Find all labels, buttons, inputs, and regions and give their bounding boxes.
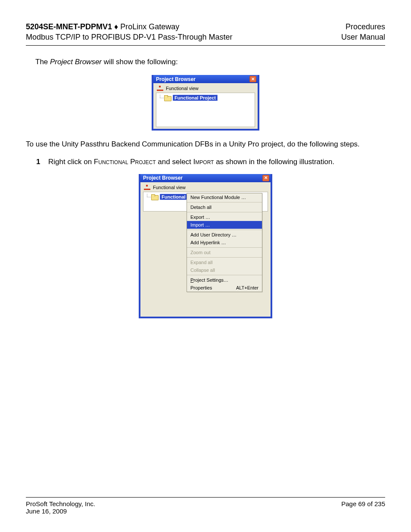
header-doc-type: User Manual	[341, 32, 385, 42]
header-divider	[26, 45, 385, 46]
titlebar-1[interactable]: Project Browser ✕	[153, 75, 258, 83]
tree-root-1[interactable]: Functional view	[156, 85, 255, 93]
menu-separator	[187, 275, 262, 275]
header-product-rest: ProLinx Gateway	[120, 22, 179, 31]
instruction-paragraph: To use the Unity Passthru Backend Commun…	[26, 139, 385, 150]
menu-import[interactable]: Import …	[187, 221, 262, 229]
tree-root-2-label: Functional view	[153, 185, 186, 190]
folder-icon	[151, 194, 158, 199]
header-section: Procedures	[341, 22, 385, 32]
titlebar-2-title: Project Browser	[143, 175, 183, 181]
context-menu: New Functional Module … Detach all Expor…	[187, 193, 262, 292]
step-number: 1	[36, 158, 43, 166]
tree-item-label-1: Functional Project	[173, 95, 218, 101]
step-1: 1 Right click on Functional Project and …	[36, 158, 385, 166]
menu-project-settings[interactable]: Project Settings…	[187, 276, 262, 284]
close-icon[interactable]: ✕	[249, 76, 256, 82]
menu-separator	[187, 230, 262, 230]
step-text: Right click on Functional Project and se…	[48, 158, 334, 166]
header-left: 5204SE-MNET-PDPMV1 ♦ ProLinx Gateway Mod…	[26, 22, 233, 43]
header-product: 5204SE-MNET-PDPMV1	[26, 22, 112, 31]
tree-item-functional-project-1[interactable]: Functional Project	[158, 95, 253, 101]
titlebar-2[interactable]: Project Browser ✕	[140, 174, 271, 182]
close-icon[interactable]: ✕	[262, 175, 269, 181]
menu-add-user-directory[interactable]: Add User Directory …	[187, 231, 262, 239]
header-separator: ♦	[114, 22, 118, 31]
functional-view-icon	[157, 86, 163, 91]
menu-properties-accel: ALT+Enter	[236, 285, 258, 290]
menu-expand-all: Expand all	[187, 258, 262, 266]
menu-add-hyperlink[interactable]: Add Hyperlink …	[187, 239, 262, 246]
footer-left: ProSoft Technology, Inc. June 16, 2009	[26, 500, 95, 515]
project-browser-window-1: Project Browser ✕ Functional view Functi…	[152, 75, 259, 131]
menu-separator	[187, 212, 262, 212]
menu-export[interactable]: Export …	[187, 213, 262, 221]
header-right: Procedures User Manual	[341, 22, 385, 43]
footer-company: ProSoft Technology, Inc.	[26, 500, 95, 507]
menu-properties[interactable]: Properties ALT+Enter	[187, 284, 262, 292]
intro-italic: Project Browser	[50, 58, 102, 66]
header-subtitle: Modbus TCP/IP to PROFIBUS DP-V1 Pass-Thr…	[26, 32, 233, 42]
step-bold-2: Import	[193, 158, 214, 166]
menu-collapse-all: Collapse all	[187, 266, 262, 274]
menu-new-functional-module[interactable]: New Functional Module …	[187, 193, 262, 201]
footer-page-number: Page 69 of 235	[341, 500, 385, 515]
step-bold-1: Functional Project	[94, 158, 156, 166]
menu-separator	[187, 202, 262, 202]
tree-root-1-label: Functional view	[166, 86, 199, 91]
project-browser-window-2: Project Browser ✕ Functional view Functi…	[139, 174, 272, 318]
folder-icon	[164, 95, 171, 100]
page-header: 5204SE-MNET-PDPMV1 ♦ ProLinx Gateway Mod…	[26, 22, 385, 43]
footer-date: June 16, 2009	[26, 507, 95, 515]
titlebar-1-title: Project Browser	[156, 76, 196, 82]
tree-root-2[interactable]: Functional view	[143, 184, 268, 192]
intro-paragraph: The Project Browser will show the follow…	[35, 57, 385, 68]
menu-detach-all[interactable]: Detach all	[187, 203, 262, 211]
menu-separator	[187, 247, 262, 248]
functional-view-icon	[144, 185, 150, 190]
menu-separator	[187, 257, 262, 258]
menu-zoom-out: Zoom out	[187, 249, 262, 256]
page-footer: ProSoft Technology, Inc. June 16, 2009 P…	[26, 497, 385, 515]
